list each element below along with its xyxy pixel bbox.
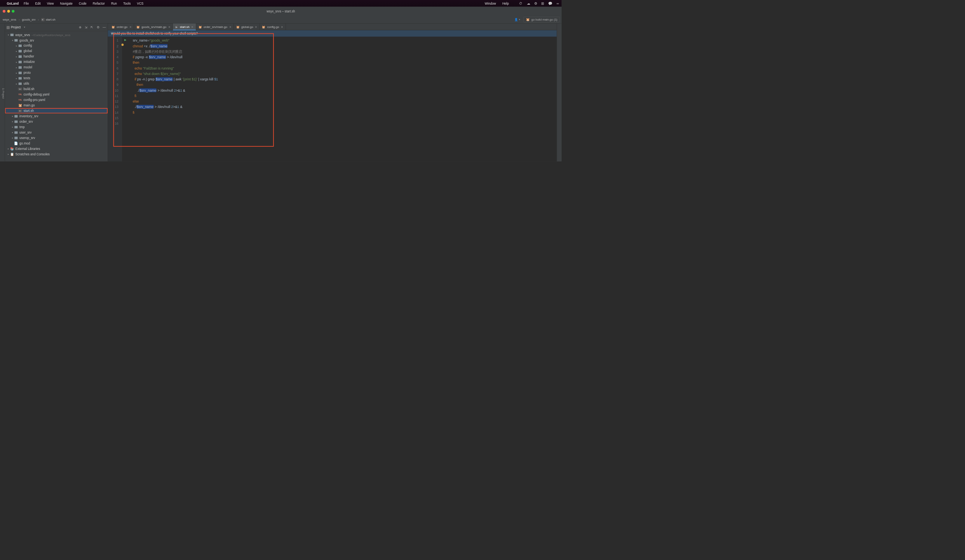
disclosure-icon[interactable]: ▸	[11, 137, 14, 139]
tree-row[interactable]: ▸tests	[5, 75, 108, 81]
warning-gutter-icon[interactable]	[122, 43, 124, 46]
shellcheck-banner[interactable]: Would you like to install shellcheck to …	[108, 30, 557, 37]
code-line[interactable]	[133, 121, 218, 126]
code-line[interactable]: then	[133, 60, 218, 65]
minimize-button[interactable]	[7, 10, 10, 13]
close-icon[interactable]: ✕	[281, 25, 283, 28]
code-line[interactable]: echo "shut down ${srv_name}"	[133, 71, 218, 77]
breadcrumb[interactable]: wsyx_srvs	[2, 18, 17, 21]
disclosure-icon[interactable]: ▸	[11, 126, 14, 128]
tree-row[interactable]: ▸inventory_srv	[5, 113, 108, 119]
project-tree[interactable]: ▾wsyx_srvs~/Code/goRoot/src/wsyx_srvs▾go…	[5, 31, 108, 161]
tree-row[interactable]: ▾wsyx_srvs~/Code/goRoot/src/wsyx_srvs	[5, 32, 108, 38]
tree-row[interactable]: YMLconfig-pro.yaml	[5, 97, 108, 103]
close-icon[interactable]: ✕	[229, 25, 232, 28]
disclosure-icon[interactable]: ▸	[15, 66, 18, 68]
tree-row[interactable]: ▸handler	[5, 54, 108, 59]
tree-row[interactable]: ▸user_srv	[5, 130, 108, 135]
close-icon[interactable]: ✕	[191, 25, 193, 28]
menu-file[interactable]: File	[24, 2, 29, 5]
code-line[interactable]: chmod +x ./$srv_name	[133, 43, 218, 49]
tray-icon-4[interactable]: ⊞	[541, 1, 544, 5]
close-button[interactable]	[3, 10, 5, 13]
close-icon[interactable]: ✕	[255, 25, 257, 28]
tree-row[interactable]: ▾goods_srv	[5, 38, 108, 43]
code-line[interactable]: ./$srv_name > /dev/null 2>&1 &	[133, 88, 218, 93]
disclosure-icon[interactable]: ▸	[11, 131, 14, 134]
tree-row[interactable]: ▸proto	[5, 70, 108, 75]
tree-row[interactable]: ▸initialize	[5, 59, 108, 64]
locate-icon[interactable]: ⊕	[79, 25, 82, 29]
editor-tab[interactable]: 🐹config.go✕	[260, 24, 286, 30]
tree-row[interactable]: ▸userop_srv	[5, 135, 108, 141]
line-number[interactable]: 5	[108, 60, 118, 65]
line-number[interactable]: 14	[108, 110, 118, 115]
editor-tab[interactable]: 🐹global.go✕	[234, 24, 260, 30]
line-number[interactable]: 16	[108, 121, 118, 126]
line-number[interactable]: 6	[108, 65, 118, 71]
tree-row[interactable]: ▶start.sh	[5, 108, 108, 113]
disclosure-icon[interactable]: ▾	[7, 33, 10, 36]
project-panel-title[interactable]: Project ▼	[7, 25, 26, 29]
close-icon[interactable]: ✕	[129, 25, 132, 28]
expand-all-icon[interactable]: ⇲	[85, 25, 87, 29]
tree-row[interactable]: ▸model	[5, 64, 108, 70]
code-line[interactable]: fi	[133, 110, 218, 115]
tray-icon-3[interactable]: ⚙	[534, 1, 537, 5]
disclosure-icon[interactable]: ▸	[15, 55, 18, 57]
line-number[interactable]: 9	[108, 82, 118, 87]
menu-vcs[interactable]: VCS	[137, 2, 144, 5]
breadcrumb[interactable]: goods_srv	[21, 18, 37, 21]
app-name[interactable]: GoLand	[7, 2, 19, 5]
code-line[interactable]: srv_name="goods_web"	[133, 38, 218, 43]
tray-icon-2[interactable]: ☁	[527, 1, 530, 5]
tree-row[interactable]: ▸📚External Libraries	[5, 146, 108, 151]
tree-row[interactable]: ▶build.sh	[5, 86, 108, 92]
tree-row[interactable]: ▸global	[5, 49, 108, 54]
code-line[interactable]: ./$srv_name > /dev/null 2>&1 &	[133, 104, 218, 110]
menu-view[interactable]: View	[47, 2, 54, 5]
tree-row[interactable]: ▸order_srv	[5, 119, 108, 124]
line-number[interactable]: 2	[108, 43, 118, 49]
user-icon[interactable]: 👤▾	[514, 18, 521, 21]
editor-tab[interactable]: ▶start.sh✕	[173, 24, 196, 30]
line-number[interactable]: 7	[108, 71, 118, 77]
tree-row[interactable]: ▸utils	[5, 81, 108, 86]
run-gutter-icon[interactable]: ▶	[124, 38, 126, 41]
line-gutter[interactable]: 12345678910111213141516	[108, 37, 122, 162]
disclosure-icon[interactable]: ▸	[11, 115, 14, 117]
code-line[interactable]: #重启，如果已经存在则关闭重启	[133, 49, 218, 54]
disclosure-icon[interactable]: ▾	[11, 39, 14, 41]
menu-refactor[interactable]: Refactor	[93, 2, 105, 5]
code-line[interactable]: if pgrep -x $srv_name > /dev/null	[133, 54, 218, 60]
line-number[interactable]: 1	[108, 38, 118, 43]
disclosure-icon[interactable]: ▸	[15, 44, 18, 47]
hide-icon[interactable]: —	[103, 25, 106, 29]
line-number[interactable]: 3	[108, 49, 118, 54]
gear-icon[interactable]: ⚙	[97, 25, 100, 29]
line-number[interactable]: 12	[108, 99, 118, 104]
breadcrumb[interactable]: ▶start.sh	[40, 18, 56, 21]
disclosure-icon[interactable]: ▸	[15, 77, 18, 79]
menu-tools[interactable]: Tools	[123, 2, 131, 5]
line-number[interactable]: 8	[108, 77, 118, 82]
menu-window[interactable]: Window	[485, 2, 496, 5]
line-number[interactable]: 4	[108, 54, 118, 60]
editor-tab[interactable]: 🐹order_srv/main.go✕	[196, 24, 234, 30]
code-line[interactable]: echo "Fail2ban is running"	[133, 65, 218, 71]
menu-edit[interactable]: Edit	[35, 2, 40, 5]
menu-help[interactable]: Help	[502, 2, 509, 5]
maximize-button[interactable]	[12, 10, 14, 13]
tray-icon-5[interactable]: 💬	[548, 1, 552, 5]
editor-tab[interactable]: 🐹goods_srv/main.go✕	[134, 24, 173, 30]
run-config-selector[interactable]: 🐹go build main.go (1)	[523, 17, 560, 23]
disclosure-icon[interactable]: ▸	[7, 153, 10, 155]
tree-row[interactable]: ▸📋Scratches and Consoles	[5, 151, 108, 157]
tree-row[interactable]: 🐹main.go	[5, 103, 108, 108]
left-tool-strip[interactable]: 1: Project	[0, 24, 5, 162]
code-line[interactable]: then	[133, 82, 218, 87]
disclosure-icon[interactable]: ▸	[15, 71, 18, 74]
line-number[interactable]: 10	[108, 88, 118, 93]
line-number[interactable]: 11	[108, 93, 118, 99]
tray-icon-1[interactable]: ⏱	[519, 2, 523, 5]
